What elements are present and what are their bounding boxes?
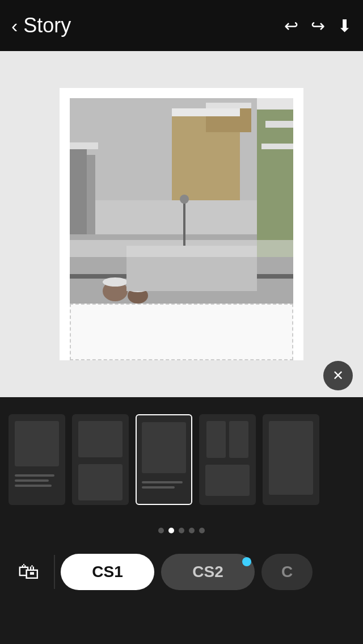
svg-rect-7 bbox=[87, 155, 95, 246]
svg-point-22 bbox=[180, 195, 189, 204]
download-button[interactable]: ⬇ bbox=[337, 16, 352, 36]
dot-1[interactable] bbox=[158, 528, 164, 533]
template-item-5[interactable] bbox=[263, 414, 319, 505]
bag-icon-wrap[interactable]: 🛍 bbox=[9, 559, 48, 584]
template-item-2[interactable] bbox=[72, 414, 129, 505]
c-tab[interactable]: C bbox=[261, 554, 313, 590]
cs2-tab[interactable]: CS2 bbox=[161, 554, 255, 590]
svg-rect-4 bbox=[172, 108, 240, 116]
dot-3[interactable] bbox=[179, 528, 184, 533]
redo-button[interactable]: ↪ bbox=[311, 16, 325, 36]
svg-point-13 bbox=[103, 277, 128, 287]
photo-image bbox=[70, 98, 293, 304]
cs1-tab[interactable]: CS1 bbox=[61, 554, 154, 590]
header: ‹ Story ↩ ↪ ⬇ bbox=[0, 0, 363, 51]
svg-rect-16 bbox=[257, 98, 293, 110]
back-button[interactable]: ‹ bbox=[11, 15, 18, 37]
vertical-divider bbox=[54, 555, 55, 589]
canvas-area: ✕ bbox=[0, 51, 363, 397]
undo-button[interactable]: ↩ bbox=[284, 16, 298, 36]
page-title: Story bbox=[23, 14, 71, 37]
header-actions: ↩ ↪ ⬇ bbox=[284, 16, 352, 36]
close-button[interactable]: ✕ bbox=[323, 361, 353, 390]
svg-rect-8 bbox=[70, 142, 98, 149]
svg-rect-18 bbox=[261, 144, 293, 149]
templates-panel bbox=[0, 397, 363, 522]
template-item-1[interactable] bbox=[9, 414, 65, 505]
dot-2[interactable] bbox=[168, 528, 174, 533]
svg-rect-20 bbox=[70, 240, 293, 257]
text-placeholder-area[interactable] bbox=[70, 304, 293, 360]
header-left: ‹ Story bbox=[11, 14, 71, 37]
template-item-3[interactable] bbox=[136, 414, 192, 505]
svg-rect-5 bbox=[206, 103, 251, 108]
template-item-4[interactable] bbox=[199, 414, 256, 505]
story-card bbox=[60, 88, 303, 360]
bag-icon: 🛍 bbox=[18, 559, 39, 584]
close-icon: ✕ bbox=[332, 369, 344, 382]
svg-rect-21 bbox=[183, 200, 185, 246]
dot-5[interactable] bbox=[199, 528, 205, 533]
photo-area bbox=[70, 98, 293, 304]
bottom-bar: 🛍 CS1 CS2 C bbox=[0, 539, 363, 604]
cs2-active-dot bbox=[242, 557, 251, 566]
dots-indicator bbox=[0, 522, 363, 539]
svg-rect-17 bbox=[265, 121, 293, 128]
dot-4[interactable] bbox=[189, 528, 195, 533]
